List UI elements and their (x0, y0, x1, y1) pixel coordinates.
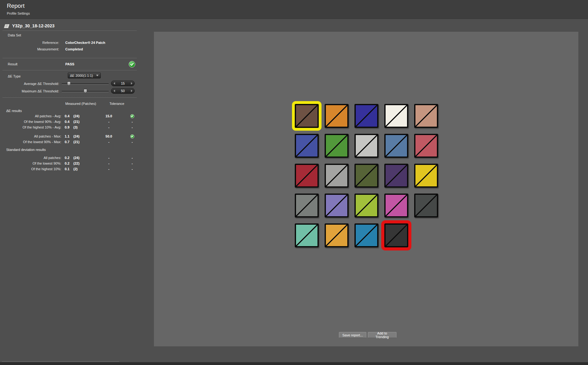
de-results-section-label: ΔE results (6, 109, 22, 113)
row-value: 0.1 (65, 167, 69, 171)
row-status (127, 134, 137, 138)
color-patch-foliage[interactable] (354, 164, 378, 188)
color-patch-red[interactable] (295, 164, 319, 188)
de-type-dropdown[interactable]: ΔE 2000(1:1:1) (68, 73, 101, 78)
row-value: 0.9 (65, 125, 69, 129)
color-patch-white[interactable] (384, 104, 408, 128)
row-status: - (127, 125, 137, 129)
patch-report-canvas: Save report... Add to Trending (154, 32, 578, 346)
row-label: All patches - Max: (6, 134, 61, 138)
pass-check-icon (130, 134, 134, 138)
row-value: 0.7 (65, 140, 69, 144)
color-patch-moderate-red[interactable] (414, 134, 438, 158)
de-type-selected-value: ΔE 2000(1:1:1) (70, 74, 96, 77)
row-status: - (127, 167, 137, 171)
row-tolerance: - (101, 120, 117, 124)
spinner-increment-button[interactable] (129, 81, 134, 86)
add-to-trending-button[interactable]: Add to Trending (368, 332, 396, 338)
row-label: Of the highest 10%: (6, 167, 61, 171)
patch-grid (295, 104, 438, 247)
average-threshold-label: Average ΔE Threshold: (6, 82, 59, 86)
row-label: All patches - Avg: (6, 114, 61, 118)
table-row: All patches: 0.2 (24) - - (0, 156, 143, 161)
row-label: All patches: (6, 156, 61, 160)
row-label: Of the highest 10% - Avg: (6, 125, 61, 129)
page-subtitle: Profile Settings (7, 12, 30, 15)
chevron-down-icon (96, 75, 99, 76)
separator (2, 97, 137, 98)
maximum-threshold-thumb[interactable] (84, 89, 87, 93)
row-count: (24) (73, 114, 80, 118)
row-tolerance: - (101, 167, 117, 171)
row-value: 0.4 (65, 120, 69, 124)
row-count: (24) (73, 134, 80, 138)
color-patch-orange-yellow[interactable] (325, 223, 349, 247)
color-patch-neutral-6-5[interactable] (325, 164, 349, 188)
separator (2, 361, 119, 362)
color-patch-light-skin[interactable] (414, 104, 438, 128)
color-patch-neutral-5[interactable] (295, 194, 319, 218)
table-row: Of the lowest 90% - Avg: 0.4 (21) - - (0, 120, 143, 125)
column-header-measured: Measured (Patches) (65, 102, 96, 105)
color-patch-dark-skin[interactable] (295, 104, 319, 128)
bottom-band (0, 362, 588, 365)
column-header-tolerance: Tolerance (109, 102, 124, 105)
de-type-label: ΔE Type (8, 74, 21, 78)
profile-name: Y32p_30_18-12-2023 (12, 23, 54, 28)
table-row: All patches - Max: 1.1 (24) 50.0 (0, 134, 143, 139)
page-title: Report (7, 2, 25, 9)
color-patch-neutral-3-5[interactable] (414, 194, 438, 218)
average-threshold-thumb[interactable] (67, 82, 71, 86)
spinner-increment-button[interactable] (129, 88, 134, 93)
color-patch-purplish-blue[interactable] (295, 134, 319, 158)
row-label: Of the lowest 90% - Avg: (6, 120, 61, 124)
color-patch-blue-flower[interactable] (325, 194, 349, 218)
row-value: 0.4 (65, 114, 69, 118)
row-status (127, 114, 137, 118)
color-patch-blue[interactable] (354, 104, 378, 128)
color-patch-cyan[interactable] (354, 223, 378, 247)
top-bar: Report Profile Settings (0, 0, 588, 19)
row-count: (2) (73, 167, 77, 171)
color-patch-neutral-8[interactable] (354, 134, 378, 158)
spinner-decrement-button[interactable] (111, 88, 117, 93)
row-tolerance: - (101, 161, 117, 165)
maximum-threshold-slider[interactable] (62, 91, 109, 92)
separator (2, 70, 137, 70)
result-label: Result (8, 62, 17, 66)
row-status: - (127, 120, 137, 124)
maximum-threshold-label: Maximum ΔE Threshold: (6, 89, 59, 93)
color-patch-purple[interactable] (384, 164, 408, 188)
color-patch-orange[interactable] (325, 104, 349, 128)
pass-check-icon (130, 114, 134, 118)
report-icon (4, 24, 10, 28)
table-row: All patches - Avg: 0.4 (24) 15.0 (0, 114, 143, 119)
color-patch-yellow[interactable] (414, 164, 438, 188)
row-count: (21) (73, 140, 80, 144)
row-count: (21) (73, 120, 80, 124)
save-report-button[interactable]: Save report... (339, 332, 366, 338)
color-patch-green[interactable] (325, 134, 349, 158)
row-tolerance: - (101, 156, 117, 160)
color-patch-blue-sky[interactable] (384, 134, 408, 158)
reference-label: Reference: (6, 41, 59, 44)
color-patch-bluish-green[interactable] (295, 223, 319, 247)
row-label: Of the lowest 90% - Max: (6, 140, 61, 144)
spinner-decrement-button[interactable] (111, 81, 117, 86)
row-value: 1.1 (65, 134, 69, 138)
color-patch-magenta[interactable] (384, 194, 408, 218)
measurement-label: Measurement: (6, 47, 59, 51)
average-threshold-spinner: 15 (111, 81, 135, 86)
average-threshold-slider[interactable] (62, 83, 109, 85)
row-tolerance: - (101, 125, 117, 129)
dataset-section-label: Data Set (8, 33, 21, 37)
separator (2, 58, 137, 58)
reference-value: ColorChecker® 24 Patch (65, 41, 105, 44)
row-tolerance: - (101, 140, 117, 144)
table-row: Of the lowest 90%: 0.2 (22) - - (0, 161, 143, 166)
row-label: Of the lowest 90%: (6, 161, 61, 165)
color-patch-yellow-green[interactable] (354, 194, 378, 218)
average-threshold-value: 15 (117, 82, 129, 85)
row-value: 0.2 (65, 161, 69, 165)
color-patch-black[interactable] (384, 223, 408, 247)
